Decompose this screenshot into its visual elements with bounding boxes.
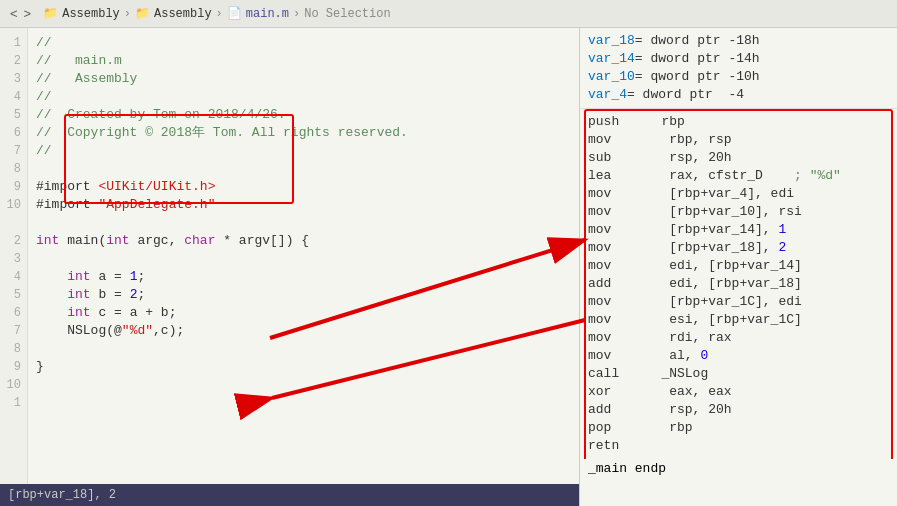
- asm-line: sub rsp, 20h: [588, 149, 889, 167]
- code-line: // Assembly: [36, 70, 571, 88]
- code-line: [36, 340, 571, 358]
- bc-item-2: Assembly: [154, 7, 212, 21]
- asm-line: mov esi, [rbp+var_1C]: [588, 311, 889, 329]
- asm-line: add rsp, 20h: [588, 401, 889, 419]
- code-line: [36, 214, 571, 232]
- status-text: [rbp+var_18], 2: [8, 488, 116, 502]
- status-bar: [rbp+var_18], 2: [0, 484, 579, 506]
- code-line: int main(int argc, char * argv[]) {: [36, 232, 571, 250]
- code-line: // main.m: [36, 52, 571, 70]
- code-line: //: [36, 34, 571, 52]
- asm-var-line: var_18= dword ptr -18h: [588, 32, 889, 50]
- bc-item-1: Assembly: [62, 7, 120, 21]
- asm-panel: var_18= dword ptr -18h var_14= dword ptr…: [580, 28, 897, 506]
- asm-var-line: var_14= dword ptr -14h: [588, 50, 889, 68]
- asm-line: xor eax, eax: [588, 383, 889, 401]
- asm-endp: _main endp: [580, 459, 897, 478]
- asm-line: mov [rbp+var_18], 2: [588, 239, 889, 257]
- code-line: //: [36, 142, 571, 160]
- source-panel: 1 2 3 4 5 6 7 8 9 10 2 3 4 5 6 7 8 9 10: [0, 28, 580, 506]
- bc-icon-3: 📄: [227, 6, 242, 21]
- asm-line: retn: [588, 437, 889, 455]
- code-line: [36, 250, 571, 268]
- asm-line: mov [rbp+var_4], edi: [588, 185, 889, 203]
- code-line: #import "AppDelegate.h": [36, 196, 571, 214]
- code-line: int c = a + b;: [36, 304, 571, 322]
- code-line: //: [36, 88, 571, 106]
- forward-button[interactable]: >: [22, 6, 34, 21]
- asm-line: add edi, [rbp+var_18]: [588, 275, 889, 293]
- line-numbers: 1 2 3 4 5 6 7 8 9 10 2 3 4 5 6 7 8 9 10: [0, 28, 28, 484]
- code-line: // Copyright © 2018年 Tom. All rights res…: [36, 124, 571, 142]
- code-line: int b = 2;: [36, 286, 571, 304]
- code-line: NSLog(@"%d",c);: [36, 322, 571, 340]
- bc-icon-2: 📁: [135, 6, 150, 21]
- asm-line: mov [rbp+var_1C], edi: [588, 293, 889, 311]
- code-line: }: [36, 358, 571, 376]
- asm-line: pop rbp: [588, 419, 889, 437]
- asm-line: mov [rbp+var_14], 1: [588, 221, 889, 239]
- asm-line: mov al, 0: [588, 347, 889, 365]
- back-button[interactable]: <: [8, 6, 20, 21]
- asm-line: mov [rbp+var_10], rsi: [588, 203, 889, 221]
- asm-line: mov rdi, rax: [588, 329, 889, 347]
- bc-icon-1: 📁: [43, 6, 58, 21]
- code-area: 1 2 3 4 5 6 7 8 9 10 2 3 4 5 6 7 8 9 10: [0, 28, 579, 484]
- asm-line: mov rbp, rsp: [588, 131, 889, 149]
- code-line: #import <UIKit/UIKit.h>: [36, 178, 571, 196]
- code-line: // Created by Tom on 2018/4/26.: [36, 106, 571, 124]
- bc-item-3: main.m: [246, 7, 289, 21]
- asm-code-area: push rbp mov rbp, rsp sub rsp, 20h lea r…: [580, 109, 897, 459]
- asm-line: mov edi, [rbp+var_14]: [588, 257, 889, 275]
- main-area: 1 2 3 4 5 6 7 8 9 10 2 3 4 5 6 7 8 9 10: [0, 28, 897, 506]
- breadcrumb-bar: < > 📁 Assembly › 📁 Assembly › 📄 main.m ›…: [0, 0, 897, 28]
- asm-line: call _NSLog: [588, 365, 889, 383]
- asm-var-line: var_10= qword ptr -10h: [588, 68, 889, 86]
- asm-var-line: var_4= dword ptr -4: [588, 86, 889, 104]
- asm-vars: var_18= dword ptr -18h var_14= dword ptr…: [580, 28, 897, 109]
- code-content[interactable]: // // main.m // Assembly // // Created b…: [28, 28, 579, 484]
- code-line: [36, 160, 571, 178]
- code-line: int a = 1;: [36, 268, 571, 286]
- bc-item-4: No Selection: [304, 7, 390, 21]
- code-line: [36, 376, 571, 394]
- asm-line: lea rax, cfstr_D ; "%d": [588, 167, 889, 185]
- asm-line: push rbp: [588, 113, 889, 131]
